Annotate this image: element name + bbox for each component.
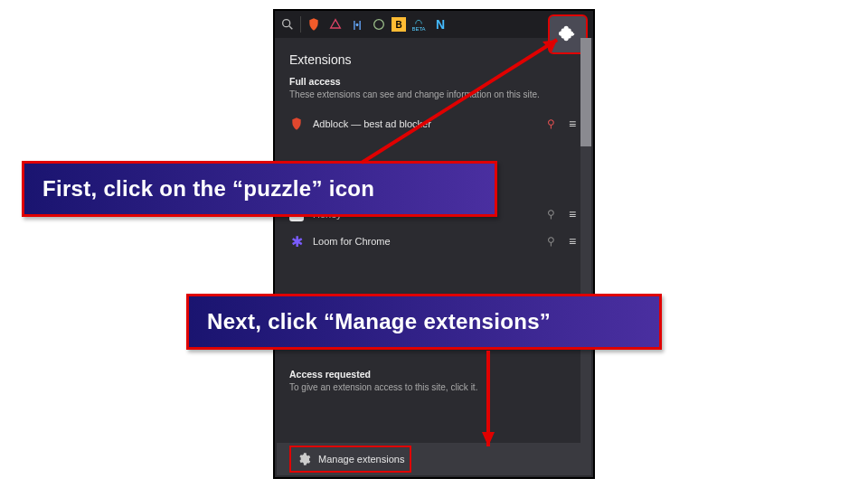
svg-point-0 bbox=[283, 20, 290, 27]
svg-point-2 bbox=[374, 20, 384, 30]
extension-icon-n[interactable]: N bbox=[431, 15, 449, 33]
triangle-icon[interactable] bbox=[326, 15, 344, 33]
adblock-icon bbox=[289, 117, 304, 131]
extension-row[interactable]: ✱ Loom for Chrome ⚲ ≡ bbox=[289, 228, 579, 255]
callout-step-2: Next, click “Manage extensions” bbox=[186, 294, 662, 350]
svg-line-1 bbox=[289, 26, 292, 29]
access-requested-description: To give an extension access to this site… bbox=[289, 381, 579, 394]
callout-step-1: First, click on the “puzzle” icon bbox=[22, 161, 497, 217]
more-icon[interactable]: ≡ bbox=[566, 120, 579, 127]
panel-footer: Manage extensions bbox=[277, 443, 591, 475]
access-requested-heading: Access requested bbox=[289, 369, 579, 380]
puzzle-icon bbox=[558, 24, 578, 44]
panel-title: Extensions bbox=[289, 52, 579, 67]
beta-badge: BETA bbox=[411, 26, 425, 32]
more-icon[interactable]: ≡ bbox=[566, 238, 579, 245]
extension-name: Adblock — best ad blocker bbox=[313, 118, 535, 129]
browser-window: |•| B BETA N Extensions Full access Thes… bbox=[273, 9, 595, 479]
brave-shield-icon[interactable] bbox=[305, 15, 323, 33]
extension-icon-1[interactable]: |•| bbox=[348, 15, 366, 33]
extensions-panel: Extensions Full access These extensions … bbox=[275, 38, 593, 445]
scrollbar-thumb[interactable] bbox=[580, 38, 591, 146]
browser-toolbar: |•| B BETA N bbox=[275, 11, 593, 38]
manage-extensions-label: Manage extensions bbox=[318, 454, 404, 465]
manage-extensions-button[interactable]: Manage extensions bbox=[289, 446, 411, 473]
pin-icon[interactable]: ⚲ bbox=[544, 208, 557, 221]
toolbar-divider bbox=[300, 16, 301, 33]
extension-icon-3[interactable]: B bbox=[392, 17, 406, 32]
gear-icon bbox=[297, 452, 311, 466]
extension-icon-2[interactable] bbox=[370, 15, 388, 33]
full-access-heading: Full access bbox=[289, 76, 579, 87]
more-icon[interactable]: ≡ bbox=[566, 211, 579, 218]
zoom-icon[interactable] bbox=[278, 15, 297, 33]
extension-row[interactable]: Adblock — best ad blocker ⚲ ≡ bbox=[289, 110, 579, 137]
extension-name: Loom for Chrome bbox=[313, 236, 535, 247]
pin-icon[interactable]: ⚲ bbox=[544, 235, 557, 248]
pin-icon[interactable]: ⚲ bbox=[544, 117, 557, 130]
panel-scrollbar[interactable] bbox=[580, 38, 591, 443]
full-access-description: These extensions can see and change info… bbox=[289, 89, 579, 101]
extension-icon-beta[interactable]: BETA bbox=[410, 15, 428, 33]
loom-icon: ✱ bbox=[289, 234, 304, 249]
